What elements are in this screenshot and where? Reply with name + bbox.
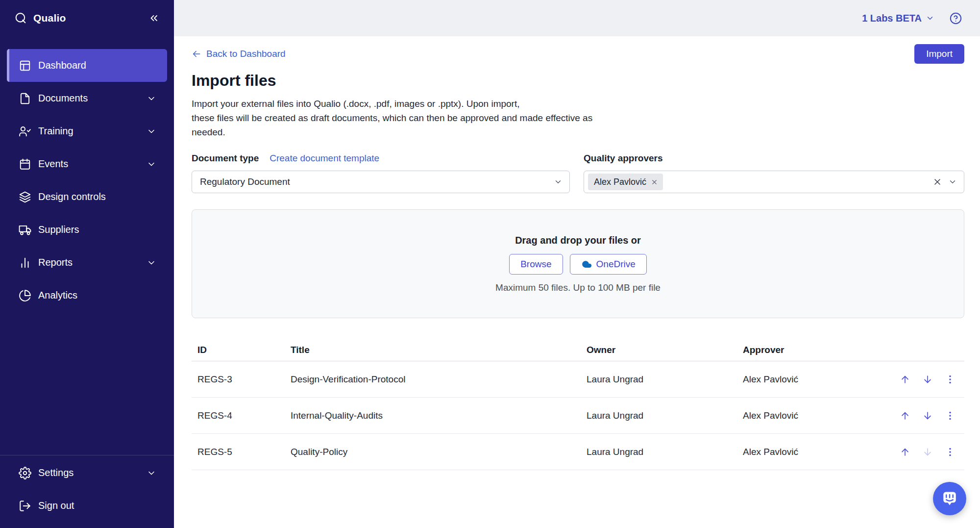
sidebar-item-label: Dashboard xyxy=(38,60,86,71)
cell-title: Quality-Policy xyxy=(285,447,581,457)
sidebar-item-label: Training xyxy=(38,126,74,137)
browse-button[interactable]: Browse xyxy=(509,254,563,275)
cell-id: REGS-3 xyxy=(192,374,285,385)
clear-approvers-icon[interactable] xyxy=(932,177,942,187)
document-type-field: Document type Create document template R… xyxy=(192,152,570,193)
chevron-down-icon xyxy=(147,159,156,169)
document-type-label: Document type xyxy=(192,153,259,164)
remove-approver-icon[interactable] xyxy=(651,178,658,186)
column-header-owner: Owner xyxy=(581,345,737,355)
sidebar-item-design-controls[interactable]: Design controls xyxy=(7,180,167,213)
cell-title: Internal-Quality-Audits xyxy=(285,410,581,421)
workspace-switcher[interactable]: 1 Labs BETA xyxy=(862,13,934,24)
move-up-icon[interactable] xyxy=(900,410,910,421)
move-up-icon[interactable] xyxy=(900,447,910,457)
sidebar-header: Qualio xyxy=(0,0,174,36)
table-header: ID Title Owner Approver xyxy=(192,339,964,361)
sidebar-item-documents[interactable]: Documents xyxy=(7,82,167,115)
chevron-down-icon xyxy=(926,14,934,23)
move-up-icon[interactable] xyxy=(900,374,910,385)
sidebar-item-suppliers[interactable]: Suppliers xyxy=(7,213,167,246)
chevron-down-icon xyxy=(948,177,957,186)
sidebar-bottom-nav: SettingsSign out xyxy=(0,455,174,528)
create-document-template-link[interactable]: Create document template xyxy=(270,153,379,164)
brand-name: Qualio xyxy=(33,12,66,24)
back-link-label: Back to Dashboard xyxy=(206,49,286,59)
document-type-label-row: Document type Create document template xyxy=(192,152,570,165)
layers-icon xyxy=(19,191,31,203)
description-line: needed. xyxy=(192,127,225,137)
move-down-icon[interactable] xyxy=(922,410,933,421)
move-down-icon[interactable] xyxy=(922,374,933,385)
dropzone-prompt: Drag and drop your files or xyxy=(515,235,641,246)
cell-owner: Laura Ungrad xyxy=(581,447,737,457)
bar-chart-icon xyxy=(19,256,31,269)
sidebar-item-label: Sign out xyxy=(38,500,74,511)
import-button[interactable]: Import xyxy=(914,44,964,64)
sidebar-item-label: Settings xyxy=(38,467,74,478)
column-header-title: Title xyxy=(285,345,581,355)
row-actions xyxy=(886,374,964,385)
move-down-icon[interactable] xyxy=(922,447,933,457)
description-line: Import your external files into Qualio (… xyxy=(192,99,520,109)
chat-icon xyxy=(941,490,958,507)
page-header-row: Back to Dashboard Import xyxy=(192,44,964,64)
onedrive-button-label: OneDrive xyxy=(596,259,636,270)
sidebar-item-training[interactable]: Training xyxy=(7,115,167,148)
cell-owner: Laura Ungrad xyxy=(581,374,737,385)
chevron-down-icon xyxy=(147,468,156,478)
topbar: 1 Labs BETA xyxy=(174,0,980,36)
pie-chart-icon xyxy=(19,289,31,302)
sidebar-item-dashboard[interactable]: Dashboard xyxy=(7,49,167,82)
sidebar-item-sign-out[interactable]: Sign out xyxy=(7,489,167,522)
files-table: ID Title Owner Approver REGS-3Design-Ver… xyxy=(192,339,964,470)
cell-approver: Alex Pavlović xyxy=(737,410,886,421)
sidebar-item-analytics[interactable]: Analytics xyxy=(7,279,167,312)
onedrive-button[interactable]: OneDrive xyxy=(570,254,647,275)
sidebar-item-label: Analytics xyxy=(38,290,77,301)
quality-approvers-select[interactable]: Alex Pavlović xyxy=(584,171,964,193)
quality-approvers-field: Quality approvers Alex Pavlović xyxy=(584,152,964,193)
chevron-down-icon xyxy=(554,177,563,186)
sidebar: Qualio DashboardDocumentsTrainingEventsD… xyxy=(0,0,174,528)
cell-title: Design-Verification-Protocol xyxy=(285,374,581,385)
description-line: these files will be created as draft doc… xyxy=(192,113,592,123)
app-window: Qualio DashboardDocumentsTrainingEventsD… xyxy=(0,0,980,528)
dropzone-buttons: Browse OneDrive xyxy=(509,254,647,275)
chevron-down-icon xyxy=(147,94,156,103)
table-row: REGS-5Quality-PolicyLaura UngradAlex Pav… xyxy=(192,434,964,470)
file-dropzone[interactable]: Drag and drop your files or Browse OneDr… xyxy=(192,209,964,318)
row-menu-icon[interactable] xyxy=(945,410,956,421)
training-icon xyxy=(19,125,31,138)
arrow-left-icon xyxy=(192,49,201,59)
cell-owner: Laura Ungrad xyxy=(581,410,737,421)
column-header-id: ID xyxy=(192,345,285,355)
help-icon[interactable] xyxy=(949,12,962,25)
document-type-value: Regulatory Document xyxy=(200,176,554,187)
main-area: 1 Labs BETA Back to Dashboard Import Imp… xyxy=(174,0,980,528)
document-type-select[interactable]: Regulatory Document xyxy=(192,171,570,193)
back-to-dashboard-link[interactable]: Back to Dashboard xyxy=(192,49,286,59)
table-row: REGS-3Design-Verification-ProtocolLaura … xyxy=(192,361,964,398)
import-files-page: Back to Dashboard Import Import files Im… xyxy=(174,36,980,528)
quality-approvers-label: Quality approvers xyxy=(584,153,663,164)
truck-icon xyxy=(19,224,31,236)
row-menu-icon[interactable] xyxy=(945,374,956,385)
sidebar-item-label: Documents xyxy=(38,93,88,104)
row-menu-icon[interactable] xyxy=(945,447,956,457)
cell-id: REGS-4 xyxy=(192,410,285,421)
chat-launcher[interactable] xyxy=(933,482,966,515)
cell-approver: Alex Pavlović xyxy=(737,374,886,385)
cell-approver: Alex Pavlović xyxy=(737,447,886,457)
sidebar-item-label: Events xyxy=(38,158,68,170)
sidebar-item-events[interactable]: Events xyxy=(7,148,167,180)
dropzone-limits: Maximum 50 files. Up to 100 MB per file xyxy=(495,282,661,293)
collapse-sidebar-icon[interactable] xyxy=(148,12,160,24)
brand[interactable]: Qualio xyxy=(14,11,66,25)
sidebar-item-reports[interactable]: Reports xyxy=(7,246,167,279)
quality-approvers-label-row: Quality approvers xyxy=(584,152,964,165)
table-row: REGS-4Internal-Quality-AuditsLaura Ungra… xyxy=(192,398,964,434)
sidebar-item-label: Suppliers xyxy=(38,224,79,235)
sidebar-item-settings[interactable]: Settings xyxy=(7,456,167,489)
page-title: Import files xyxy=(192,72,964,90)
